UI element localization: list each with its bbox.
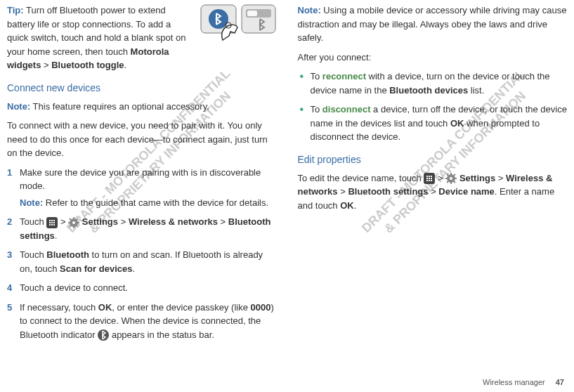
bluetooth-toggle-illustration: [200, 4, 277, 42]
bullet-icon-2: •: [300, 103, 304, 116]
steps-list-cont: 2 Touch > Settings > Wireless & networks…: [7, 215, 277, 341]
edit-settings: Settings: [457, 173, 495, 183]
step-5-t1: If necessary, touch: [20, 302, 98, 313]
svg-line-14: [70, 226, 71, 227]
svg-line-24: [447, 181, 448, 183]
step-5-t2: , or enter the device passkey (like: [112, 302, 250, 313]
step-num-1: 1: [7, 166, 12, 180]
b2-t1: To: [311, 104, 322, 115]
footer-section: Wireless manager: [483, 378, 545, 386]
edit-gt4: >: [429, 186, 439, 197]
step-5-ok: OK: [98, 302, 112, 313]
svg-line-23: [454, 181, 455, 183]
step-2-gt2: >: [118, 216, 129, 227]
step-3-bt: Bluetooth: [46, 249, 89, 260]
tip-period: .: [124, 60, 127, 70]
edit-gt1: >: [435, 173, 445, 183]
gt-1: >: [41, 60, 51, 70]
para-connect: To connect with a new device, you need t…: [7, 119, 277, 160]
note-label-3: Note:: [298, 5, 321, 15]
edit-properties-heading: Edit properties: [298, 152, 568, 167]
apps-icon-2: [424, 173, 435, 184]
svg-point-17: [450, 177, 452, 180]
step-2-gt1: >: [58, 216, 68, 227]
step-5-t4: appears in the status bar.: [109, 329, 214, 340]
edit-paragraph: To edit the device name, touch > Setting…: [298, 171, 568, 213]
edit-period: .: [354, 200, 357, 211]
step-5: 5 If necessary, touch OK, or enter the d…: [7, 301, 277, 342]
edit-t1: To edit the device name, touch: [298, 173, 424, 183]
step-5-0000: 0000: [251, 302, 271, 313]
steps-list: 1 Make sure the device you are pairing w…: [7, 166, 277, 193]
reconnect-word: reconnect: [322, 71, 366, 81]
step-num-5: 5: [7, 301, 12, 315]
edit-ok: OK: [340, 200, 354, 211]
note-accessory: Note: This feature requires an optional …: [7, 100, 277, 114]
b1-t3: list.: [468, 85, 484, 96]
step-num-3: 3: [7, 248, 12, 262]
step-2-touch: Touch: [20, 216, 46, 227]
bluetooth-indicator-icon: [98, 329, 109, 341]
step-3-t1: Touch: [20, 249, 46, 260]
note-label-2: Note:: [20, 197, 43, 208]
step-4-text: Touch a device to connect.: [20, 282, 128, 293]
svg-rect-4: [247, 11, 257, 16]
left-column: Tip: Turn off Bluetooth power to extend …: [7, 4, 277, 347]
bullet-reconnect: • To reconnect with a device, turn on th…: [298, 70, 568, 97]
step-1-text: Make sure the device you are pairing wit…: [20, 167, 261, 192]
step-3: 3 Touch Bluetooth to turn on and scan. I…: [7, 248, 277, 275]
step-2-period: .: [55, 230, 58, 241]
note-text-3: Using a mobile device or accessory while…: [298, 5, 567, 43]
step-num-4: 4: [7, 281, 12, 295]
step-1: 1 Make sure the device you are pairing w…: [7, 166, 277, 193]
disconnect-word: disconnect: [322, 104, 371, 115]
note-label-1: Note:: [7, 101, 30, 112]
step-2-wireless: Wireless & networks: [129, 216, 218, 227]
step-2-settings: Settings: [79, 216, 118, 227]
footer-page-number: 47: [556, 378, 564, 386]
page-footer: Wireless manager 47: [483, 377, 564, 388]
svg-line-25: [454, 174, 455, 176]
bullet-list: • To reconnect with a device, turn on th…: [298, 70, 568, 144]
b1-t1: To: [311, 71, 322, 81]
svg-point-7: [72, 221, 75, 224]
connect-new-devices-heading: Connect new devices: [7, 81, 277, 96]
step-4: 4 Touch a device to connect.: [7, 281, 277, 295]
edit-devname: Device name: [438, 186, 495, 197]
gear-icon: [68, 217, 79, 228]
tip-label: Tip:: [7, 5, 24, 15]
svg-line-13: [77, 226, 78, 227]
right-column: Note: Using a mobile device or accessory…: [298, 4, 568, 347]
edit-gt2: >: [495, 173, 506, 183]
bluetooth-toggle-text: Bluetooth toggle: [51, 60, 124, 70]
apps-icon: [46, 217, 58, 228]
svg-line-12: [70, 218, 71, 220]
step-3-scan: Scan for devices: [60, 263, 132, 274]
note-text-1: This feature requires an optional access…: [30, 101, 209, 112]
bt-devices-text: Bluetooth devices: [389, 85, 468, 96]
step-num-2: 2: [7, 215, 12, 229]
gear-icon-2: [445, 173, 457, 184]
step-3-period: .: [132, 263, 135, 274]
bullet-icon-1: •: [300, 70, 304, 83]
bullet-disconnect: • To disconnect a device, turn off the d…: [298, 103, 568, 144]
edit-btsettings: Bluetooth settings: [348, 186, 428, 197]
note-text-2: Refer to the guide that came with the de…: [43, 197, 268, 208]
step-1-note: Note: Refer to the guide that came with …: [7, 196, 277, 210]
step-2: 2 Touch > Settings > Wireless & networks…: [7, 215, 277, 242]
svg-line-15: [77, 218, 78, 220]
svg-line-22: [447, 174, 448, 176]
edit-gt3: >: [338, 186, 348, 197]
driving-note: Note: Using a mobile device or accessory…: [298, 4, 568, 45]
after-connect: After you connect:: [298, 51, 568, 65]
b2-ok: OK: [450, 118, 464, 129]
step-2-gt3: >: [218, 216, 228, 227]
